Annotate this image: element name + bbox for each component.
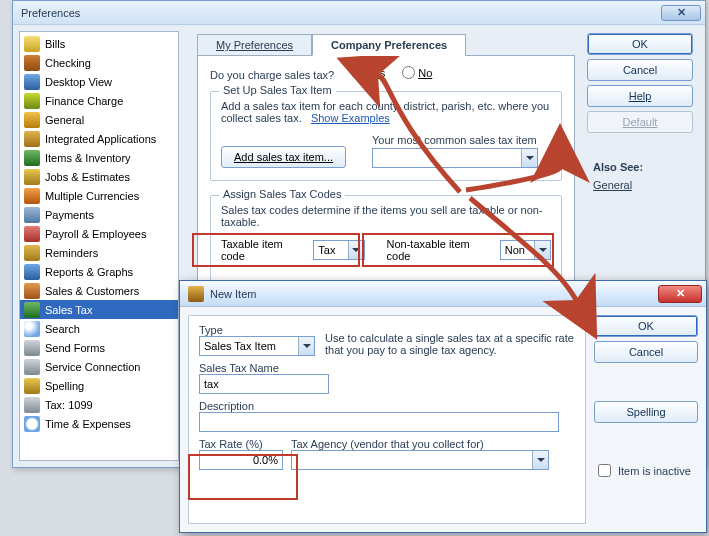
description-input[interactable] [199, 412, 559, 432]
sales-tax-yes-radio[interactable]: Yes [351, 66, 385, 79]
charge-sales-tax-label: Do you charge sales tax? [210, 69, 334, 81]
type-label: Type [199, 324, 315, 336]
preferences-tabs: My Preferences Company Preferences [197, 33, 466, 55]
preferences-right-buttons: OK Cancel Help Default Also See: General [587, 33, 693, 191]
rate-input[interactable]: 0.0% [199, 450, 283, 470]
agency-label: Tax Agency (vendor that you collect for) [291, 438, 575, 450]
currencies-icon [24, 188, 40, 204]
general-icon [24, 112, 40, 128]
add-sales-tax-item-button[interactable]: Add sales tax item... [221, 146, 346, 168]
also-see-general-link[interactable]: General [593, 179, 632, 191]
sidebar-item-items-inventory[interactable]: Items & Inventory [20, 148, 178, 167]
sidebar-item-desktop-view[interactable]: Desktop View [20, 72, 178, 91]
sidebar-item-reports-graphs[interactable]: Reports & Graphs [20, 262, 178, 281]
preferences-title: Preferences [21, 7, 661, 19]
time-icon [24, 416, 40, 432]
show-examples-link[interactable]: Show Examples [311, 112, 390, 124]
sidebar-item-bills[interactable]: Bills [20, 34, 178, 53]
new-item-content: Type Sales Tax Item Use to calculate a s… [188, 315, 586, 524]
sidebar-item-checking[interactable]: Checking [20, 53, 178, 72]
reminders-icon [24, 245, 40, 261]
cancel-button[interactable]: Cancel [587, 59, 693, 81]
sidebar-item-time-expenses[interactable]: Time & Expenses [20, 414, 178, 433]
sidebar-item-finance-charge[interactable]: Finance Charge [20, 91, 178, 110]
sidebar-item-spelling[interactable]: Spelling [20, 376, 178, 395]
checking-icon [24, 55, 40, 71]
inactive-checkbox-input[interactable] [598, 464, 611, 477]
service-icon [24, 359, 40, 375]
preferences-sidebar[interactable]: Bills Checking Desktop View Finance Char… [19, 31, 179, 461]
sidebar-item-sales-tax[interactable]: Sales Tax [20, 300, 178, 319]
description-label: Description [199, 400, 575, 412]
agency-combo[interactable] [291, 450, 549, 470]
also-see-heading: Also See: [593, 161, 693, 173]
sidebar-item-service-connection[interactable]: Service Connection [20, 357, 178, 376]
yes-radio-input[interactable] [351, 66, 364, 79]
reports-icon [24, 264, 40, 280]
nontaxable-code-combo[interactable]: Non [500, 240, 551, 260]
bills-icon [24, 36, 40, 52]
sidebar-item-general[interactable]: General [20, 110, 178, 129]
tab-my-preferences[interactable]: My Preferences [197, 34, 312, 56]
nontaxable-code-value: Non [505, 244, 525, 256]
preferences-titlebar[interactable]: Preferences ✕ [13, 1, 705, 25]
sales-icon [24, 283, 40, 299]
common-sales-tax-combo[interactable] [372, 148, 538, 168]
payroll-icon [24, 226, 40, 242]
new-item-titlebar[interactable]: New Item ✕ [180, 281, 706, 307]
setup-sales-tax-group: Set Up Sales Tax Item Add a sales tax it… [210, 91, 562, 181]
sidebar-item-jobs-estimates[interactable]: Jobs & Estimates [20, 167, 178, 186]
jobs-icon [24, 169, 40, 185]
assign-hint: Sales tax codes determine if the items y… [221, 204, 551, 228]
taxable-code-combo[interactable]: Tax [313, 240, 364, 260]
charge-sales-tax-row: Do you charge sales tax? Yes No [210, 66, 562, 81]
new-item-cancel-button[interactable]: Cancel [594, 341, 698, 363]
payments-icon [24, 207, 40, 223]
send-forms-icon [24, 340, 40, 356]
type-help: Use to calculate a single sales tax at a… [325, 324, 575, 356]
sidebar-item-reminders[interactable]: Reminders [20, 243, 178, 262]
sales-tax-no-radio[interactable]: No [402, 66, 432, 79]
name-value: tax [204, 378, 219, 390]
taxable-code-label: Taxable item code [221, 238, 307, 262]
name-input[interactable]: tax [199, 374, 329, 394]
name-label: Sales Tax Name [199, 362, 575, 374]
new-item-right-buttons: OK Cancel Spelling Item is inactive [594, 315, 698, 480]
tax1099-icon [24, 397, 40, 413]
close-icon[interactable]: ✕ [658, 285, 702, 303]
common-sales-tax-label: Your most common sales tax item [372, 134, 551, 146]
nontaxable-code-label: Non-taxable item code [387, 238, 494, 262]
item-inactive-checkbox[interactable]: Item is inactive [594, 461, 698, 480]
sidebar-item-payments[interactable]: Payments [20, 205, 178, 224]
default-button: Default [587, 111, 693, 133]
chevron-down-icon [532, 451, 548, 469]
new-item-ok-button[interactable]: OK [594, 315, 698, 337]
no-radio-input[interactable] [402, 66, 415, 79]
spelling-button[interactable]: Spelling [594, 401, 698, 423]
chevron-down-icon [534, 241, 550, 259]
sidebar-item-integrated-apps[interactable]: Integrated Applications [20, 129, 178, 148]
close-icon[interactable]: ✕ [661, 5, 701, 21]
sidebar-item-payroll[interactable]: Payroll & Employees [20, 224, 178, 243]
spelling-icon [24, 378, 40, 394]
rate-value: 0.0% [253, 454, 278, 466]
sidebar-item-search[interactable]: Search [20, 319, 178, 338]
taxable-code-value: Tax [318, 244, 335, 256]
type-combo[interactable]: Sales Tax Item [199, 336, 315, 356]
desktop-icon [24, 74, 40, 90]
tab-company-preferences[interactable]: Company Preferences [312, 34, 466, 56]
new-item-icon [188, 286, 204, 302]
inventory-icon [24, 150, 40, 166]
new-item-title: New Item [210, 288, 652, 300]
sidebar-item-tax-1099[interactable]: Tax: 1099 [20, 395, 178, 414]
new-item-window: New Item ✕ Type Sales Tax Item Use to ca… [179, 280, 707, 533]
ok-button[interactable]: OK [587, 33, 693, 55]
sidebar-item-sales-customers[interactable]: Sales & Customers [20, 281, 178, 300]
sidebar-item-multiple-currencies[interactable]: Multiple Currencies [20, 186, 178, 205]
sidebar-item-send-forms[interactable]: Send Forms [20, 338, 178, 357]
sales-tax-icon [24, 302, 40, 318]
integrated-icon [24, 131, 40, 147]
chevron-down-icon [348, 241, 364, 259]
help-button[interactable]: Help [587, 85, 693, 107]
chevron-down-icon [298, 337, 314, 355]
